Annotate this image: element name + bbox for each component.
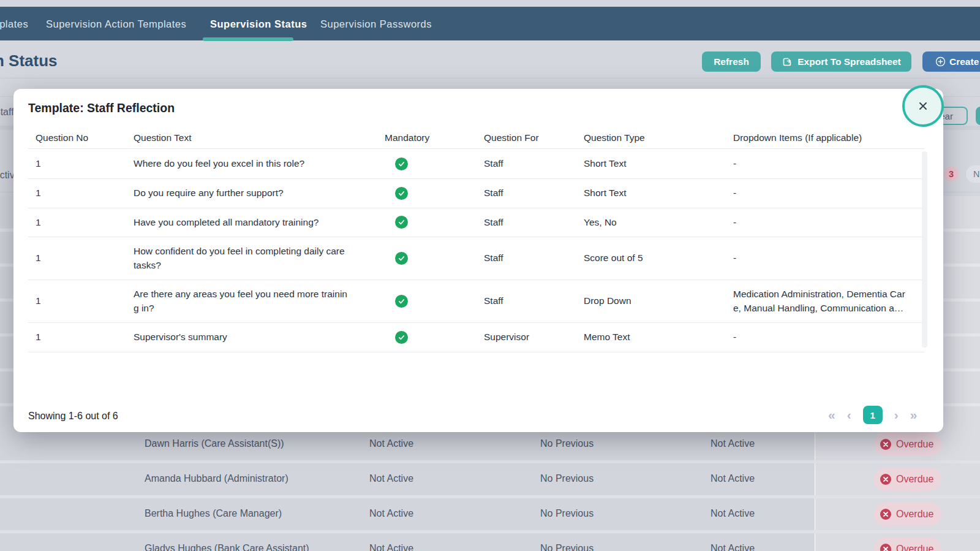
tab-supervision-action-templates[interactable]: Supervision Action Templates (46, 8, 186, 40)
last-page-button[interactable]: » (910, 408, 918, 422)
export-label: Export To Spreadsheet (797, 56, 901, 67)
staff-name: Amanda Hubbard (Administrator) (145, 463, 288, 493)
overdue-badge: Overdue (874, 538, 941, 551)
question-for-cell: Staff (477, 244, 576, 273)
modal-table-row: 1Where do you feel you excel in this rol… (28, 148, 925, 178)
question-text-cell: Where do you feel you excel in this role… (126, 150, 377, 178)
first-page-button[interactable]: « (828, 408, 835, 422)
tab-supervision-passwords[interactable]: Supervision Passwords (320, 8, 432, 40)
status-filter-chip[interactable]: N (966, 165, 980, 183)
mandatory-check-icon (395, 295, 408, 308)
dropdown-items-cell: - (726, 150, 925, 178)
pagination-summary: Showing 1-6 out of 6 (28, 411, 118, 422)
col-question-for: Question For (477, 124, 576, 153)
mandatory-check-icon (395, 216, 408, 229)
question-for-cell: Supervisor (477, 323, 576, 352)
overdue-x-icon (880, 509, 891, 520)
question-for-cell: Staff (477, 179, 576, 208)
overdue-x-icon (880, 439, 891, 450)
dropdown-items-cell: - (726, 179, 925, 208)
question-no-cell: 1 (28, 150, 126, 178)
status-cell-2: Not Active (710, 428, 755, 458)
modal-table-scrollbar[interactable] (922, 151, 927, 348)
previous-page-button[interactable]: ‹ (847, 408, 851, 422)
dropdown-items-cell: - (726, 244, 925, 273)
mandatory-cell (377, 208, 477, 236)
close-modal-button[interactable] (902, 85, 944, 127)
col-mandatory: Mandatory (377, 124, 477, 153)
staff-name: Gladys Hughes (Bank Care Assistant) (145, 533, 309, 551)
col-question-type: Question Type (576, 124, 726, 153)
question-for-cell: Staff (477, 287, 576, 316)
modal-title: Template: Staff Reflection (28, 101, 175, 115)
question-no-cell: 1 (28, 323, 126, 352)
status-cell: Not Active (369, 533, 413, 551)
status-cell: Not Active (369, 463, 413, 493)
create-button[interactable]: Create (922, 51, 980, 72)
status-cell: Not Active (369, 498, 413, 528)
page-title: Supervision Status (0, 51, 58, 70)
question-text-cell: How confident do you feel in completing … (126, 237, 377, 279)
previous-cell: No Previous (540, 463, 594, 493)
dropdown-items-cell: Medication Administration, Dementia Care… (726, 280, 925, 322)
tab-supervision-templates[interactable]: Supervision Templates (0, 8, 28, 40)
next-page-button[interactable]: › (894, 408, 899, 422)
mandatory-cell (377, 150, 477, 178)
create-label: Create (949, 56, 979, 67)
modal-table-row: 1Are there any areas you feel you need m… (28, 279, 925, 322)
search-button[interactable] (976, 107, 980, 125)
template-details-modal: Template: Staff Reflection Question No Q… (13, 89, 943, 432)
status-cell-2: Not Active (710, 498, 755, 528)
mandatory-check-icon (395, 158, 408, 170)
active-tab-indicator (203, 37, 293, 41)
header-divider (0, 78, 980, 78)
dropdown-items-cell: - (726, 208, 925, 237)
question-type-cell: Memo Text (576, 323, 726, 352)
modal-table-row: 1How confident do you feel in completing… (28, 237, 925, 279)
col-question-no: Question No (28, 124, 126, 153)
tab-supervision-status[interactable]: Supervision Status (210, 8, 307, 40)
modal-table-row: 1Supervisor's summarySupervisorMemo Text… (28, 322, 925, 352)
plus-circle-icon (935, 56, 946, 67)
top-navigation: Supervision Templates Supervision Action… (0, 7, 980, 40)
overdue-x-icon (880, 474, 891, 485)
question-text-cell: Are there any areas you feel you need mo… (126, 280, 377, 322)
export-icon (782, 56, 793, 67)
table-row[interactable]: Dawn Harris (Care Assistant(S))Not Activ… (0, 428, 980, 463)
table-row[interactable]: Bertha Hughes (Care Manager)Not ActiveNo… (0, 498, 980, 533)
question-no-cell: 1 (28, 208, 126, 237)
staff-name: Dawn Harris (Care Assistant(S)) (145, 428, 284, 458)
close-icon (916, 99, 930, 113)
mandatory-check-icon (395, 331, 408, 344)
overdue-count: 3 (949, 169, 954, 179)
question-type-cell: Short Text (576, 150, 726, 178)
mandatory-cell (377, 287, 477, 315)
refresh-label: Refresh (714, 56, 749, 67)
question-type-cell: Score out of 5 (576, 244, 726, 273)
question-no-cell: 1 (28, 244, 126, 273)
modal-table-header: Question No Question Text Mandatory Ques… (28, 124, 925, 148)
status-cell-2: Not Active (710, 463, 755, 493)
col-question-text: Question Text (126, 124, 377, 153)
mandatory-cell (377, 324, 477, 351)
question-for-cell: Staff (477, 208, 576, 237)
staff-name: Bertha Hughes (Care Manager) (145, 498, 282, 528)
modal-table-row: 1Do you require any further support?Staf… (28, 178, 925, 208)
overdue-badge: Overdue (874, 433, 941, 456)
staff-filter-label: Staff (0, 107, 14, 118)
mandatory-check-icon (395, 252, 408, 265)
question-no-cell: 1 (28, 287, 126, 316)
question-no-cell: 1 (28, 179, 126, 208)
pagination: « ‹ 1 › » (828, 403, 917, 427)
overdue-count-chip[interactable]: 3 (944, 167, 959, 181)
table-row[interactable]: Gladys Hughes (Bank Care Assistant)Not A… (0, 533, 980, 551)
current-page-button[interactable]: 1 (863, 406, 883, 424)
overdue-x-icon (880, 544, 891, 551)
question-text-cell: Do you require any further support? (126, 179, 377, 208)
previous-cell: No Previous (540, 533, 594, 551)
table-row[interactable]: Amanda Hubbard (Administrator)Not Active… (0, 463, 980, 498)
refresh-button[interactable]: Refresh (702, 51, 761, 72)
status-cell-2: Not Active (710, 533, 755, 551)
export-to-spreadsheet-button[interactable]: Export To Spreadsheet (771, 51, 911, 72)
question-text-cell: Have you completed all mandatory trainin… (126, 208, 377, 237)
